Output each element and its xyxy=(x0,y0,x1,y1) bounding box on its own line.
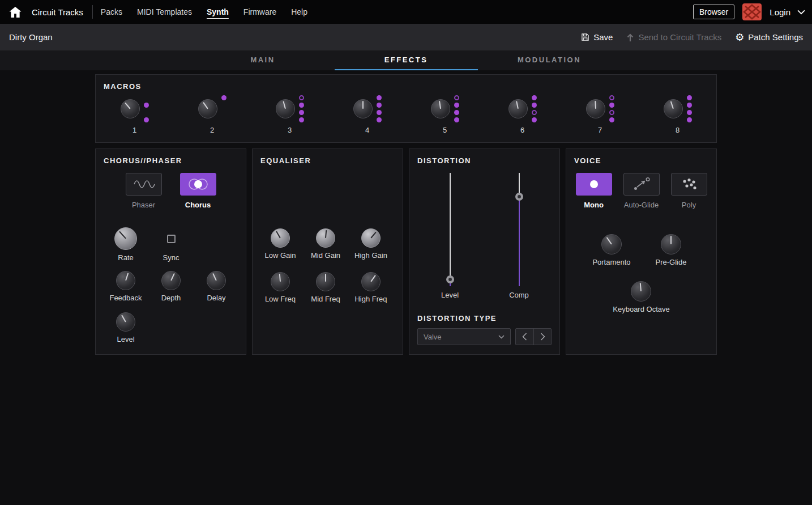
macro-knob-1[interactable] xyxy=(121,99,140,118)
macro-dot xyxy=(687,103,692,108)
chevron-left-icon xyxy=(522,333,527,341)
delay-label: Delay xyxy=(207,294,225,302)
nav-item-midi-templates[interactable]: MIDI Templates xyxy=(137,7,192,16)
auto-glide-label: Auto-Glide xyxy=(624,201,659,209)
macro-knob-8[interactable] xyxy=(664,99,683,118)
mono-button[interactable] xyxy=(576,173,612,196)
macro-knob-5[interactable] xyxy=(431,99,450,118)
mono-label: Mono xyxy=(584,201,604,209)
slider-thumb[interactable] xyxy=(446,275,454,283)
distortion-panel: DISTORTION Level Comp xyxy=(409,148,560,355)
distortion-type-dropdown[interactable]: Valve xyxy=(417,328,511,345)
top-bar-right: Browser Login xyxy=(693,3,805,20)
home-button[interactable] xyxy=(7,6,24,18)
nav-item-packs[interactable]: Packs xyxy=(101,7,122,16)
macro-assignment-dots xyxy=(221,95,226,122)
distortion-type-value: Valve xyxy=(424,333,442,341)
nav-item-help[interactable]: Help xyxy=(291,7,307,16)
macro-dot xyxy=(532,95,537,100)
phaser-wave-icon xyxy=(133,177,155,192)
distortion-type-next-button[interactable] xyxy=(533,329,551,345)
save-icon xyxy=(581,33,589,41)
macro-knob-6[interactable] xyxy=(508,99,528,118)
macro-dot xyxy=(144,117,149,122)
macro-label: 1 xyxy=(133,126,136,134)
distortion-level-slider[interactable] xyxy=(446,173,454,286)
mid-gain-control: Mid Gain xyxy=(303,228,348,260)
tab-main[interactable]: MAIN xyxy=(191,50,335,70)
mid-gain-knob[interactable] xyxy=(316,228,335,248)
chorus-button[interactable] xyxy=(180,173,216,196)
phaser-button[interactable] xyxy=(126,173,162,196)
login-button[interactable]: Login xyxy=(770,7,805,17)
send-arrow-icon xyxy=(626,33,634,42)
high-freq-knob[interactable] xyxy=(361,272,381,291)
pre-glide-knob[interactable] xyxy=(661,234,681,254)
tab-bar: MAIN EFFECTS MODULATION xyxy=(0,50,812,70)
macro-dot xyxy=(687,117,692,122)
macro-dot xyxy=(299,95,304,100)
save-button[interactable]: Save xyxy=(581,32,613,42)
sync-checkbox[interactable] xyxy=(167,235,176,243)
macro-dot xyxy=(454,110,459,115)
save-label: Save xyxy=(593,32,613,42)
macro-dot xyxy=(454,103,459,108)
chevron-down-icon xyxy=(797,10,805,15)
macro-2: 2 xyxy=(173,93,251,134)
macro-knob-7[interactable] xyxy=(586,99,605,118)
macro-knob-3[interactable] xyxy=(276,99,295,118)
macro-dot xyxy=(144,103,149,108)
slider-thumb[interactable] xyxy=(515,193,523,201)
chorus-label: Chorus xyxy=(185,201,211,209)
mid-freq-knob[interactable] xyxy=(316,272,335,291)
equaliser-panel: EQUALISER Low Gain Mid Gain High Gain xyxy=(252,148,403,355)
macro-knob-2[interactable] xyxy=(198,99,217,118)
macro-knob-4[interactable] xyxy=(353,99,373,118)
depth-knob[interactable] xyxy=(161,271,181,290)
low-gain-control: Low Gain xyxy=(258,228,303,260)
macro-8: 8 xyxy=(639,93,716,134)
low-gain-knob[interactable] xyxy=(271,228,290,248)
patch-name: Dirty Organ xyxy=(9,32,53,42)
chorus-level-label: Level xyxy=(117,335,134,343)
chorus-phaser-title: CHORUS//PHASER xyxy=(96,149,246,165)
feedback-knob[interactable] xyxy=(116,271,135,290)
chorus-mode: Chorus xyxy=(180,173,216,209)
patch-bar: Dirty Organ Save Send to Circuit Tracks … xyxy=(0,24,812,50)
macro-dot xyxy=(609,95,614,100)
tab-effects[interactable]: EFFECTS xyxy=(335,50,478,70)
delay-knob[interactable] xyxy=(207,271,226,290)
pre-glide-control: Pre-Glide xyxy=(648,234,694,266)
auto-glide-button[interactable] xyxy=(623,173,660,196)
chorus-level-knob[interactable] xyxy=(116,312,135,332)
main-nav: Packs MIDI Templates Synth Firmware Help xyxy=(101,7,307,16)
nav-item-firmware[interactable]: Firmware xyxy=(243,7,276,16)
keyboard-octave-knob[interactable] xyxy=(631,281,651,302)
nav-item-synth[interactable]: Synth xyxy=(207,7,229,16)
tab-modulation[interactable]: MODULATION xyxy=(478,50,621,70)
portamento-knob[interactable] xyxy=(601,234,622,254)
app-title: Circuit Tracks xyxy=(32,7,83,17)
low-freq-knob[interactable] xyxy=(271,272,290,291)
distortion-type-prev-button[interactable] xyxy=(516,329,533,345)
browser-button[interactable]: Browser xyxy=(693,5,734,19)
macro-label: 4 xyxy=(365,126,369,134)
sync-control: Sync xyxy=(148,227,194,262)
high-gain-knob[interactable] xyxy=(361,228,381,248)
sync-label: Sync xyxy=(163,253,180,262)
macro-dot xyxy=(299,110,304,115)
patch-settings-button[interactable]: ⚙ Patch Settings xyxy=(735,32,803,43)
rate-knob[interactable] xyxy=(114,227,137,250)
patch-actions: Save Send to Circuit Tracks ⚙ Patch Sett… xyxy=(581,32,803,43)
macro-label: 5 xyxy=(443,126,447,134)
macro-dot xyxy=(454,95,459,100)
chorus-level-control: Level xyxy=(103,312,148,343)
macro-dot xyxy=(532,117,537,122)
distortion-comp-slider[interactable] xyxy=(515,173,523,286)
poly-button[interactable] xyxy=(671,173,707,196)
distortion-level-label: Level xyxy=(441,291,459,299)
macro-dot xyxy=(532,110,537,115)
macro-assignment-dots xyxy=(377,95,382,122)
send-to-circuit-tracks-button[interactable]: Send to Circuit Tracks xyxy=(626,32,721,42)
macro-assignment-dots xyxy=(532,95,537,122)
